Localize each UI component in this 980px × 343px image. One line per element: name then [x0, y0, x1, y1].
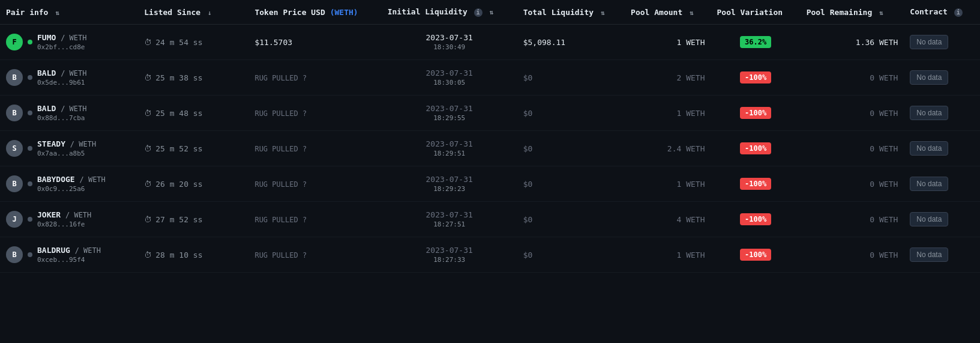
pair-info-text: BABYDOGE / WETH 0x0c9...25a6	[37, 175, 106, 193]
total-liq-value: $0	[523, 250, 533, 260]
pool-remaining-cell: 0 WETH	[801, 131, 904, 166]
col-label-poolvar: Pool Variation	[717, 8, 783, 17]
total-liquidity-cell: $0	[517, 96, 625, 131]
no-data-button[interactable]: No data	[910, 212, 948, 226]
initial-liq-info: 2023-07-31 18:27:33	[388, 246, 511, 264]
pool-amount-value: 2 WETH	[677, 73, 705, 82]
status-dot	[28, 146, 32, 151]
pair-info-text: JOKER / WETH 0x828...16fe	[37, 210, 91, 228]
initliq-time: 18:30:49	[388, 43, 511, 51]
pair-slash-weth: / WETH	[65, 211, 91, 219]
initliq-info-icon[interactable]: i	[474, 8, 482, 17]
col-label-pair: Pair info	[6, 8, 48, 17]
total-liquidity-cell: $0	[517, 131, 625, 166]
pool-remaining-value: 0 WETH	[870, 180, 898, 189]
listed-since-value: 28 m 10 ss	[155, 250, 202, 260]
token-name: BALD / WETH	[37, 104, 87, 113]
contract-cell: No data	[904, 60, 980, 96]
listed-since-value: 25 m 48 ss	[155, 109, 202, 118]
listed-since-value: 26 m 20 ss	[155, 180, 202, 189]
listed-since-cell: ⏱ 25 m 48 ss	[138, 96, 248, 131]
no-data-button[interactable]: No data	[910, 35, 948, 49]
contract-address: 0x88d...7cba	[37, 114, 87, 122]
pair-cell-1: F FUMO / WETH 0x2bf...cd8e	[0, 25, 138, 60]
initliq-time: 18:27:51	[388, 220, 511, 228]
col-header-totalliq[interactable]: Total Liquidity ⇅	[517, 0, 625, 25]
pair-cell-6: J JOKER / WETH 0x828...16fe	[0, 202, 138, 237]
pool-amount-cell: 1 WETH	[625, 96, 711, 131]
total-liquidity-cell: $0	[517, 202, 625, 237]
pool-amount-cell: 2.4 WETH	[625, 131, 711, 166]
no-data-button[interactable]: No data	[910, 247, 948, 262]
no-data-button[interactable]: No data	[910, 177, 948, 191]
pool-variation-cell: -100%	[711, 60, 800, 96]
no-data-button[interactable]: No data	[910, 106, 948, 120]
pair-cell-3: B BALD / WETH 0x88d...7cba	[0, 96, 138, 131]
pair-slash-weth: / WETH	[61, 69, 86, 77]
pool-amount-value: 4 WETH	[677, 215, 705, 224]
contract-address: 0x7aa...a8b5	[37, 150, 96, 157]
token-name: BALDRUG / WETH	[37, 246, 101, 255]
col-header-poolrem[interactable]: Pool Remaining ⇅	[801, 0, 904, 25]
col-label-contract: Contract	[910, 7, 948, 16]
rug-pulled-label: RUG PULLED ?	[254, 216, 307, 224]
col-label-price-sub: (WETH)	[330, 8, 358, 17]
contract-address: 0x0c9...25a6	[37, 185, 106, 193]
initial-liquidity-cell: 2023-07-31 18:30:05	[382, 60, 517, 96]
pair-info-text: STEADY / WETH 0x7aa...a8b5	[37, 139, 96, 157]
initial-liquidity-cell: 2023-07-31 18:30:49	[382, 25, 517, 60]
col-header-pair[interactable]: Pair info ⇅	[0, 0, 138, 25]
token-name: BALD / WETH	[37, 68, 87, 77]
pool-remaining-cell: 0 WETH	[801, 237, 904, 273]
clock-icon: ⏱	[144, 38, 152, 47]
price-cell: RUG PULLED ?	[248, 96, 381, 131]
contract-cell: No data	[904, 166, 980, 202]
col-header-poolamt[interactable]: Pool Amount ⇅	[625, 0, 711, 25]
listed-since-cell: ⏱ 28 m 10 ss	[138, 237, 248, 273]
table-row: B BALD / WETH 0x88d...7cba ⏱ 25 m 48 ss …	[0, 96, 980, 131]
sort-icon-initliq: ⇅	[489, 8, 493, 16]
clock-icon: ⏱	[144, 144, 152, 153]
listed-since-value: 25 m 52 ss	[155, 144, 202, 153]
table-row: B BALD / WETH 0x5de...9b61 ⏱ 25 m 38 ss …	[0, 60, 980, 96]
table-row: F FUMO / WETH 0x2bf...cd8e ⏱ 24 m 54 ss …	[0, 25, 980, 60]
status-dot	[28, 111, 32, 115]
listed-since-cell: ⏱ 25 m 52 ss	[138, 131, 248, 166]
avatar: S	[6, 140, 23, 157]
table-row: B BABYDOGE / WETH 0x0c9...25a6 ⏱ 26 m 20…	[0, 166, 980, 202]
price-cell: $11.5703	[248, 25, 381, 60]
token-name: STEADY / WETH	[37, 139, 96, 148]
initliq-time: 18:30:05	[388, 79, 511, 87]
listed-since-cell: ⏱ 26 m 20 ss	[138, 166, 248, 202]
contract-cell: No data	[904, 202, 980, 237]
initial-liq-info: 2023-07-31 18:30:49	[388, 33, 511, 51]
clock-icon: ⏱	[144, 215, 152, 224]
contract-info-icon[interactable]: i	[954, 8, 963, 17]
table-header-row: Pair info ⇅ Listed Since ↓ Token Price U…	[0, 0, 980, 25]
contract-cell: No data	[904, 25, 980, 60]
token-name: BABYDOGE / WETH	[37, 175, 106, 184]
pool-remaining-value: 0 WETH	[870, 250, 898, 260]
listed-since-value: 24 m 54 ss	[155, 38, 202, 47]
total-liquidity-cell: $0	[517, 60, 625, 96]
pair-cell-5: B BABYDOGE / WETH 0x0c9...25a6	[0, 166, 138, 202]
status-dot	[28, 40, 32, 44]
status-dot	[28, 181, 32, 186]
no-data-button[interactable]: No data	[910, 141, 948, 156]
initliq-time: 18:29:51	[388, 150, 511, 157]
pair-slash-weth: / WETH	[70, 140, 96, 148]
listed-since-value: 27 m 52 ss	[155, 215, 202, 224]
sort-icon-totalliq: ⇅	[601, 9, 605, 17]
contract-cell: No data	[904, 131, 980, 166]
no-data-button[interactable]: No data	[910, 70, 948, 85]
pair-cell-2: B BALD / WETH 0x5de...9b61	[0, 60, 138, 96]
pool-remaining-cell: 0 WETH	[801, 202, 904, 237]
col-label-poolamt: Pool Amount	[631, 8, 682, 17]
main-table-container: Pair info ⇅ Listed Since ↓ Token Price U…	[0, 0, 980, 273]
pool-remaining-value: 0 WETH	[870, 109, 898, 118]
col-header-listed[interactable]: Listed Since ↓	[138, 0, 248, 25]
pair-slash-weth: / WETH	[61, 34, 86, 42]
pool-remaining-cell: 0 WETH	[801, 96, 904, 131]
col-header-initliq[interactable]: Initial Liquidity i ⇅	[382, 0, 517, 25]
price-cell: RUG PULLED ?	[248, 60, 381, 96]
